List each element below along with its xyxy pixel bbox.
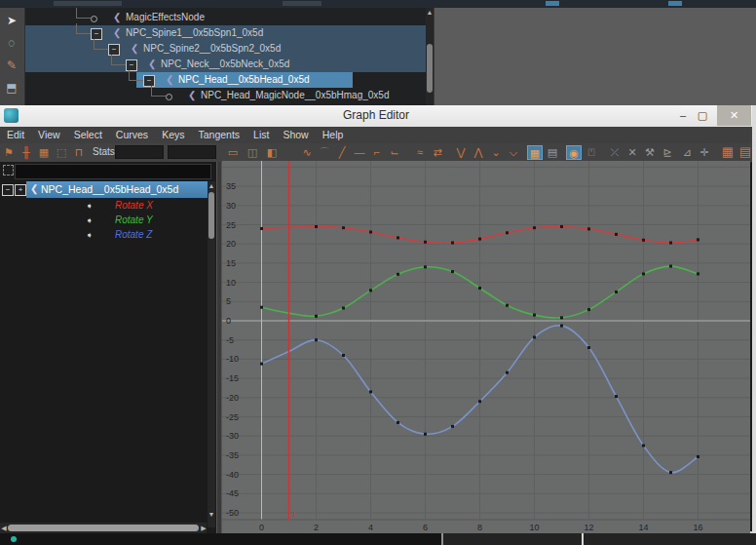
menu-select[interactable]: Select: [67, 127, 109, 143]
keyframe-dot[interactable]: [342, 306, 345, 309]
keyframe-dot[interactable]: [587, 308, 590, 311]
keyframe-dot[interactable]: [587, 227, 590, 230]
menu-edit[interactable]: Edit: [0, 127, 31, 143]
keyframe-dot[interactable]: [397, 273, 399, 276]
buffer-curve-snapshot-icon[interactable]: ≈: [413, 145, 427, 159]
clamped-tangents-icon[interactable]: ⌒: [318, 145, 331, 159]
swap-buffer-curves-icon[interactable]: ⇄: [431, 145, 444, 159]
curve-graph-area[interactable]: 135302520151050-5-10-15-20-25-30-35-40-4…: [222, 161, 750, 533]
keyframe-dot[interactable]: [533, 335, 536, 338]
tree-row[interactable]: ❮NPC_Head_MagicNode__0x5bHmag_0x5d: [25, 88, 426, 103]
menu-help[interactable]: Help: [316, 127, 351, 143]
unify-tangents-icon[interactable]: ⋀: [472, 145, 485, 159]
linear-tangents-icon[interactable]: ╱: [335, 145, 349, 159]
tree-row[interactable]: −❮NPC_Neck__0x5bNeck_0x5d: [25, 57, 426, 72]
keyframe-dot[interactable]: [369, 230, 372, 233]
keyframe-dot[interactable]: [506, 231, 509, 234]
select-cursor-icon[interactable]: ➤: [3, 12, 20, 29]
keyframe-dot[interactable]: [642, 239, 645, 242]
move-nearest-picked-key-tool[interactable]: ⚑: [2, 145, 16, 159]
keyframe-dot[interactable]: [424, 265, 427, 268]
angle-icon[interactable]: ⊵: [661, 145, 674, 159]
node-row[interactable]: − + ❮ NPC_Head__0x5bHead_0x5d: [0, 181, 216, 198]
spline-tangents-icon[interactable]: ∿: [300, 145, 314, 159]
dope-sheet-grid-icon[interactable]: ▦: [721, 145, 735, 159]
keyframe-dot[interactable]: [506, 371, 509, 374]
keyframe-dot[interactable]: [669, 242, 672, 245]
paint-select-icon[interactable]: ✎: [3, 57, 20, 74]
keyframe-dot[interactable]: [315, 338, 318, 341]
keyframe-dot[interactable]: [587, 346, 590, 349]
keyframe-dot[interactable]: [642, 445, 645, 448]
keyframe-dot[interactable]: [315, 315, 318, 318]
keyframe-dot[interactable]: [451, 425, 454, 428]
scroll-up-arrow-icon[interactable]: ▲: [208, 182, 215, 190]
channel-row[interactable]: ➧Rotate X: [0, 200, 205, 214]
channel-row[interactable]: ➧Rotate Z: [0, 229, 205, 243]
scroll-right-arrow-icon[interactable]: ▶: [200, 525, 208, 532]
menu-keys[interactable]: Keys: [155, 127, 191, 143]
channel-search-input[interactable]: [15, 164, 211, 179]
tree-row[interactable]: −❮NPC_Spine1__0x5bSpn1_0x5d: [25, 25, 426, 41]
region-select-keys-tool[interactable]: ⬚: [55, 145, 68, 159]
scroll-down-arrow-icon[interactable]: ▼: [208, 511, 215, 519]
menu-show[interactable]: Show: [276, 127, 315, 143]
keyframe-dot[interactable]: [478, 287, 481, 290]
minimize-button[interactable]: –: [674, 105, 692, 126]
center-current-time-icon[interactable]: ◧: [265, 145, 279, 159]
cross-tangent-icon[interactable]: ⤫: [608, 145, 622, 159]
maximize-button[interactable]: ▢: [694, 105, 711, 126]
trax-grid-icon[interactable]: ▤: [738, 145, 752, 159]
triangle-ruler-icon[interactable]: ⊿: [680, 145, 694, 159]
tree-row[interactable]: −❮NPC_Spine2__0x5bSpn2_0x5d: [25, 41, 426, 57]
free-tangent-weight-icon[interactable]: ⌄: [489, 145, 503, 159]
keyframe-dot[interactable]: [642, 272, 645, 275]
keyframe-dot[interactable]: [342, 354, 345, 357]
frame-all-icon[interactable]: ▭: [226, 145, 240, 159]
channel-vscroll-thumb[interactable]: [208, 192, 214, 239]
flat-tangents-icon[interactable]: —: [353, 145, 366, 159]
lattice-deform-keys-tool[interactable]: ▦: [37, 145, 51, 159]
keyframe-dot[interactable]: [506, 304, 509, 307]
keyframe-dot[interactable]: [697, 272, 699, 275]
keyframe-dot[interactable]: [342, 226, 345, 229]
stats-field-time[interactable]: [115, 145, 164, 159]
keyframe-dot[interactable]: [697, 238, 699, 241]
channel-hscroll-thumb[interactable]: [8, 525, 199, 531]
time-snap-toggle[interactable]: ▦: [527, 145, 543, 160]
menu-curves[interactable]: Curves: [109, 127, 155, 143]
value-snap-toggle[interactable]: ◉: [566, 145, 582, 160]
close-button[interactable]: ✕: [717, 105, 751, 126]
keyframe-dot[interactable]: [260, 306, 263, 309]
cross-icon[interactable]: ✕: [625, 145, 639, 159]
keyframe-dot[interactable]: [533, 314, 536, 317]
title-bar[interactable]: Graph Editor – ▢ ✕: [0, 105, 752, 128]
frame-playback-range-icon[interactable]: ◫: [246, 145, 259, 159]
keyframe-dot[interactable]: [615, 233, 618, 236]
break-tangents-icon[interactable]: ⋁: [454, 145, 468, 159]
lock-tangent-weight-icon[interactable]: ⌵: [507, 145, 520, 159]
grid-icon[interactable]: ▤: [546, 145, 559, 159]
keyframe-dot[interactable]: [451, 270, 454, 273]
keyframe-dot[interactable]: [451, 242, 454, 245]
lasso-select-icon[interactable]: ◌: [3, 34, 20, 52]
scroll-up-arrow-icon[interactable]: ▲: [426, 9, 434, 17]
menu-view[interactable]: View: [31, 127, 67, 143]
keyframe-dot[interactable]: [369, 289, 372, 292]
expand-plus-icon[interactable]: +: [15, 184, 26, 196]
scroll-left-arrow-icon[interactable]: ◀: [0, 525, 8, 532]
keyframe-dot[interactable]: [397, 421, 399, 424]
tree-row[interactable]: −❮NPC_Head__0x5bHead_0x5d: [25, 72, 426, 88]
keyframe-dot[interactable]: [260, 227, 263, 230]
keyframe-dot[interactable]: [560, 316, 563, 319]
keyframe-dot[interactable]: [669, 471, 672, 474]
keyframe-dot[interactable]: [424, 241, 427, 244]
keyframe-dot[interactable]: [315, 225, 318, 228]
collapse-minus-icon[interactable]: −: [2, 184, 14, 196]
keyframe-dot[interactable]: [615, 291, 618, 293]
retime-tool[interactable]: ⊓: [72, 145, 86, 159]
menu-list[interactable]: List: [246, 127, 276, 143]
plateau-tangents-icon[interactable]: ⌙: [388, 145, 401, 159]
keyframe-dot[interactable]: [560, 325, 563, 328]
keyframe-dot[interactable]: [669, 265, 672, 268]
